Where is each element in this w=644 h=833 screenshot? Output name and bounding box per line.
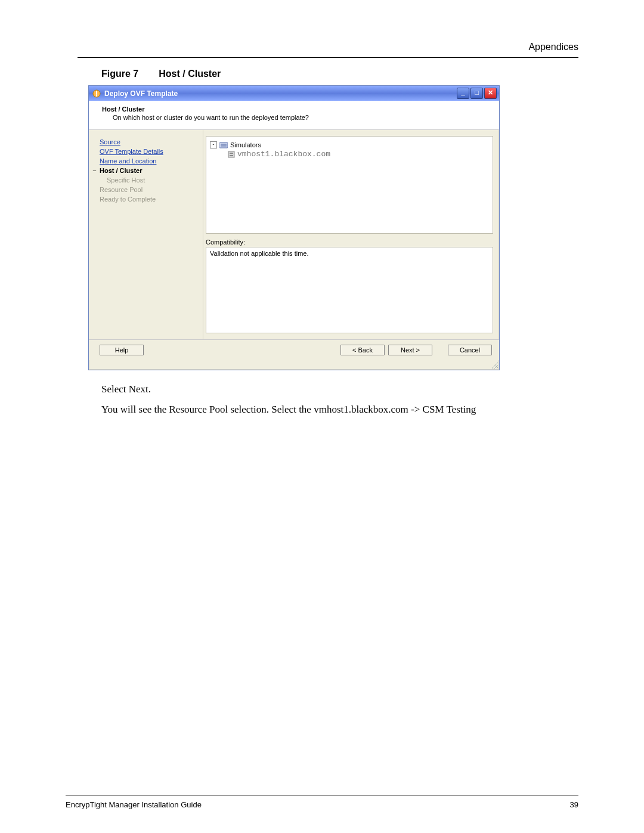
tree-host-label: vmhost1.blackbox.com [237,150,330,159]
sidebar-step-ovf-details[interactable]: OVF Template Details [100,147,198,156]
sidebar-step-host-cluster[interactable]: Host / Cluster [100,166,198,175]
titlebar[interactable]: Deploy OVF Template _ □ ✕ [89,86,499,101]
sidebar-step-resource-pool: Resource Pool [100,185,198,194]
close-button[interactable]: ✕ [484,88,497,99]
wizard-button-row: Help < Back Next > Cancel [89,339,499,360]
compatibility-label: Compatibility: [206,239,493,246]
wizard-step-subtitle: On which host or cluster do you want to … [113,114,488,121]
app-icon [92,89,101,98]
cancel-button[interactable]: Cancel [448,345,492,355]
figure-caption: Figure 7Host / Cluster [101,69,578,79]
instruction-line-2: You will see the Resource Pool selection… [101,404,578,416]
deploy-ovf-window: Deploy OVF Template _ □ ✕ Host / Cluster… [88,85,500,370]
sidebar-step-name-location[interactable]: Name and Location [100,156,198,166]
figure-title: Host / Cluster [159,69,221,79]
svg-rect-2 [221,144,227,145]
window-title: Deploy OVF Template [104,89,178,98]
wizard-step-title: Host / Cluster [102,106,488,113]
wizard-header: Host / Cluster On which host or cluster … [89,101,499,130]
page-footer: EncrypTight Manager Installation Guide 3… [66,795,578,809]
compatibility-text: Validation not applicable this time. [210,250,309,257]
compatibility-pane: Validation not applicable this time. [206,247,493,333]
svg-rect-5 [230,153,233,154]
sidebar-step-ready: Ready to Complete [100,194,198,204]
back-button[interactable]: < Back [340,345,385,355]
host-tree[interactable]: - Simulators vmhost1.blackbox.com [206,136,493,234]
minimize-button[interactable]: _ [457,88,469,99]
header-rule [78,57,578,58]
header-section-label: Appendices [78,42,578,52]
datacenter-icon [219,141,228,148]
svg-rect-3 [221,145,227,147]
host-icon [228,151,235,158]
maximize-button[interactable]: □ [470,88,483,99]
svg-rect-6 [230,155,233,156]
tree-host-row[interactable]: vmhost1.blackbox.com [228,150,489,159]
figure-number: Figure 7 [101,69,138,79]
wizard-main: - Simulators vmhost1.blackbox.com Compat… [203,130,499,339]
wizard-steps-sidebar: Source OVF Template Details Name and Loc… [89,130,203,339]
sidebar-step-source[interactable]: Source [100,137,198,147]
svg-rect-1 [219,143,228,148]
resize-grip-icon[interactable] [89,360,499,370]
svg-rect-4 [228,151,234,157]
document-page: Appendices Figure 7Host / Cluster Deploy… [0,0,644,833]
tree-root-label: Simulators [230,140,261,150]
tree-expander-icon[interactable]: - [210,141,217,148]
tree-root-row[interactable]: - Simulators [210,140,489,150]
wizard-body: Source OVF Template Details Name and Loc… [89,130,499,339]
help-button[interactable]: Help [100,345,144,355]
next-button[interactable]: Next > [388,345,432,355]
footer-page-number: 39 [570,800,578,809]
sidebar-step-specific-host: Specific Host [107,175,198,185]
footer-doc-title: EncrypTight Manager Installation Guide [66,800,202,809]
instruction-line-1: Select Next. [101,383,578,395]
